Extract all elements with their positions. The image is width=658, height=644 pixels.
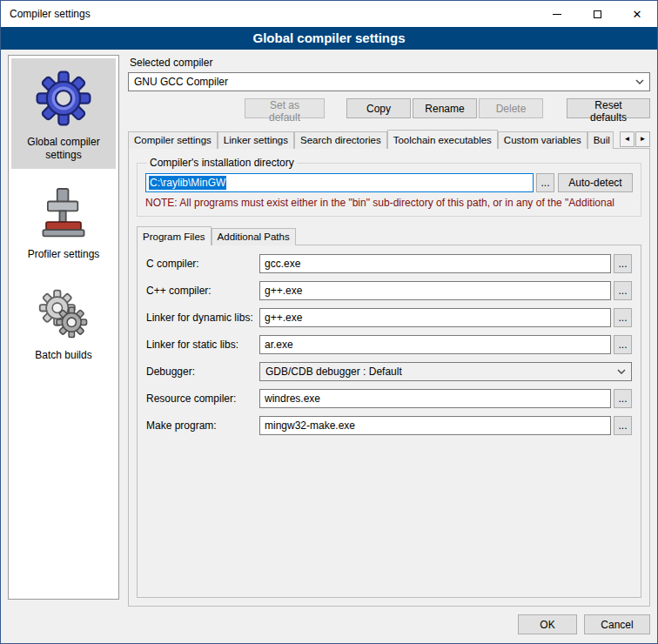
dynamic-linker-browse-button[interactable]: ... [614, 308, 632, 327]
window-title: Compiler settings [1, 8, 91, 20]
close-button[interactable]: ✕ [617, 1, 657, 27]
resource-compiler-input[interactable] [259, 389, 611, 408]
program-files-panel: C compiler: ... C++ compiler: ... Linker… [137, 245, 641, 598]
cpp-compiler-input[interactable] [259, 281, 611, 300]
sidebar-item-profiler-settings[interactable]: Profiler settings [11, 178, 116, 268]
debugger-value: GDB/CDB debugger : Default [265, 366, 402, 378]
gray-gears-icon [35, 285, 92, 343]
installation-directory-group: Compiler's installation directory C:\ray… [137, 157, 641, 217]
debugger-label: Debugger: [146, 366, 259, 378]
cpp-compiler-browse-button[interactable]: ... [614, 281, 632, 300]
compiler-settings-window: Compiler settings ✕ Global compiler sett… [0, 0, 658, 644]
copy-button[interactable]: Copy [346, 98, 411, 118]
selected-compiler-value: GNU GCC Compiler [134, 76, 228, 88]
tab-linker-settings[interactable]: Linker settings [218, 131, 294, 149]
close-icon: ✕ [633, 9, 642, 20]
dialog-body: Global compiler settings Profiler settin… [1, 50, 657, 607]
sidebar-item-label: Batch builds [35, 349, 91, 362]
delete-button[interactable]: Delete [479, 98, 543, 118]
arrow-left-icon: ◄ [624, 135, 631, 143]
minimize-button[interactable] [537, 1, 577, 27]
category-list: Global compiler settings Profiler settin… [8, 55, 119, 600]
tab-scroll-right-button[interactable]: ► [635, 131, 650, 147]
installation-directory-input[interactable]: C:\raylib\MinGW [145, 173, 534, 192]
form-row-c-compiler: C compiler: ... [146, 254, 632, 273]
make-program-label: Make program: [146, 419, 259, 432]
cpp-compiler-label: C++ compiler: [146, 285, 259, 297]
minimize-icon [553, 14, 561, 15]
tab-scroll-left-button[interactable]: ◄ [620, 131, 634, 147]
maximize-icon [594, 10, 601, 18]
caption-buttons: ✕ [537, 1, 657, 27]
reset-defaults-button[interactable]: Reset defaults [567, 98, 650, 118]
ok-button[interactable]: OK [518, 614, 577, 634]
program-files-tab-bar: Program Files Additional Paths [137, 225, 641, 245]
form-row-debugger: Debugger: GDB/CDB debugger : Default [146, 362, 632, 381]
blue-gear-icon [32, 67, 95, 130]
tab-scroll-buttons: ◄ ► [620, 131, 650, 147]
sidebar-item-label: Profiler settings [28, 248, 100, 261]
form-row-static-linker: Linker for static libs: ... [146, 335, 632, 354]
dynamic-linker-input[interactable] [259, 308, 611, 327]
settings-tab-bar: Compiler settings Linker settings Search… [128, 129, 650, 149]
tab-custom-variables[interactable]: Custom variables [498, 131, 588, 149]
tab-compiler-settings[interactable]: Compiler settings [128, 131, 218, 149]
auto-detect-button[interactable]: Auto-detect [558, 173, 633, 192]
chevron-down-icon [617, 369, 626, 374]
cancel-button[interactable]: Cancel [584, 614, 650, 634]
tab-build-options[interactable]: Buil [588, 131, 614, 149]
rename-button[interactable]: Rename [413, 98, 477, 118]
titlebar[interactable]: Compiler settings ✕ [1, 1, 657, 27]
arrow-right-icon: ► [640, 135, 647, 143]
dynamic-linker-label: Linker for dynamic libs: [146, 312, 259, 324]
c-compiler-browse-button[interactable]: ... [614, 254, 632, 273]
profiler-tool-icon [38, 186, 89, 242]
form-row-dynamic-linker: Linker for dynamic libs: ... [146, 308, 632, 327]
dialog-footer: OK Cancel [1, 607, 657, 643]
static-linker-browse-button[interactable]: ... [614, 335, 632, 354]
c-compiler-label: C compiler: [146, 258, 259, 270]
bin-subdirectory-note: NOTE: All programs must exist either in … [145, 197, 633, 209]
tab-additional-paths[interactable]: Additional Paths [212, 228, 296, 245]
maximize-button[interactable] [577, 1, 617, 27]
set-as-default-button[interactable]: Set as default [245, 98, 325, 118]
installation-directory-browse-button[interactable]: ... [536, 173, 554, 192]
installation-directory-group-title: Compiler's installation directory [147, 157, 297, 169]
static-linker-label: Linker for static libs: [146, 339, 259, 351]
main-panel: Selected compiler GNU GCC Compiler Set a… [128, 55, 650, 607]
form-row-resource-compiler: Resource compiler: ... [146, 389, 632, 408]
make-program-browse-button[interactable]: ... [614, 416, 632, 435]
resource-compiler-label: Resource compiler: [146, 392, 259, 405]
tab-program-files[interactable]: Program Files [137, 226, 212, 245]
form-row-make-program: Make program: ... [146, 416, 632, 435]
c-compiler-input[interactable] [259, 254, 611, 273]
tab-toolchain-executables[interactable]: Toolchain executables [387, 130, 498, 149]
sidebar-item-global-compiler-settings[interactable]: Global compiler settings [11, 58, 116, 169]
form-row-cpp-compiler: C++ compiler: ... [146, 281, 632, 300]
selected-compiler-label: Selected compiler [130, 57, 650, 69]
tab-search-directories[interactable]: Search directories [294, 131, 387, 149]
chevron-down-icon [635, 79, 644, 84]
dialog-banner: Global compiler settings [1, 27, 657, 50]
sidebar-item-batch-builds[interactable]: Batch builds [11, 277, 116, 369]
toolchain-executables-panel: Compiler's installation directory C:\ray… [128, 148, 650, 607]
make-program-input[interactable] [259, 416, 611, 435]
resource-compiler-browse-button[interactable]: ... [614, 389, 632, 408]
installation-directory-row: C:\raylib\MinGW ... Auto-detect [145, 173, 633, 192]
sidebar-item-label: Global compiler settings [13, 136, 114, 162]
compiler-actions: Set as default Copy Rename Delete Reset … [128, 98, 650, 118]
installation-directory-value: C:\raylib\MinGW [149, 176, 226, 190]
static-linker-input[interactable] [259, 335, 611, 354]
selected-compiler-dropdown[interactable]: GNU GCC Compiler [128, 72, 650, 91]
debugger-dropdown[interactable]: GDB/CDB debugger : Default [259, 362, 632, 381]
